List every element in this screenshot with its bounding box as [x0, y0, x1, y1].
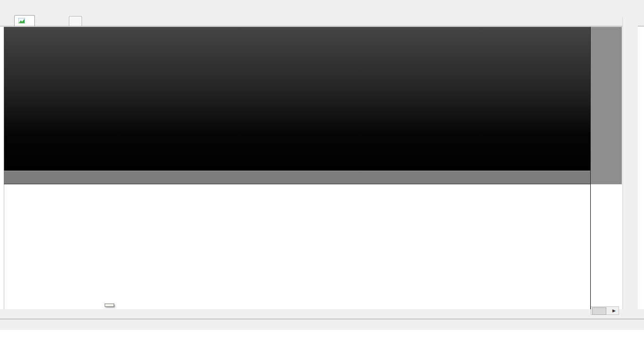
drawing-toolbar [622, 17, 638, 317]
chart-sheets-tooltip [105, 304, 114, 307]
tab-netas-daily[interactable] [14, 15, 35, 26]
sheet-tab-bar [0, 309, 644, 319]
top-chart-price-axis[interactable] [590, 27, 622, 184]
horizontal-scrollbar[interactable]: ▶ [591, 306, 619, 315]
status-bar [0, 319, 644, 330]
top-chart-time-axis[interactable] [4, 171, 590, 184]
bottom-chart-panel[interactable] [4, 184, 591, 309]
main-toolbar [0, 0, 644, 13]
top-chart-canvas[interactable] [4, 27, 591, 171]
document-tab-bar [0, 13, 644, 26]
signal-ribbon [4, 172, 590, 176]
application-window: ▶ [0, 0, 644, 362]
bottom-chart-canvas[interactable] [4, 194, 591, 301]
chart-thumbnail-icon [18, 18, 25, 24]
scroll-right-icon[interactable]: ▶ [611, 307, 618, 314]
bottom-chart-price-axis[interactable] [590, 184, 622, 309]
top-chart-panel[interactable] [4, 27, 591, 171]
scrollbar-thumb[interactable] [592, 307, 606, 315]
new-tab-button[interactable] [69, 16, 82, 26]
